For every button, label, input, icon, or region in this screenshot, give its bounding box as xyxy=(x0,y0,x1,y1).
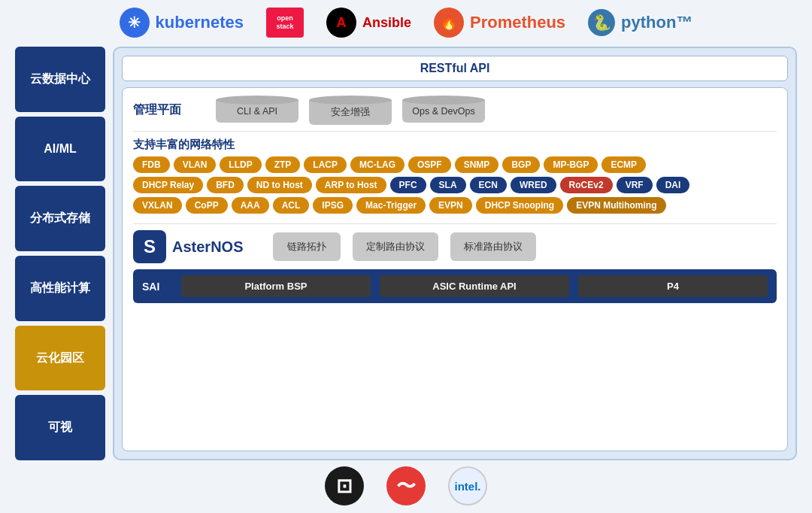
network-tags-row3: VXLAN CoPP AAA ACL IPSG Mac-Trigger EVPN… xyxy=(133,197,777,214)
ansible-label: Ansible xyxy=(362,15,411,31)
db-top-ops xyxy=(402,96,485,105)
wavefront-logo: 〜 xyxy=(386,466,426,505)
tag-vlan: VLAN xyxy=(174,156,217,173)
tag-mc-lag: MC-LAG xyxy=(350,156,404,173)
sai-label: SAI xyxy=(142,281,172,293)
asternos-link-topology: 链路拓扑 xyxy=(273,232,341,261)
python-label: python™ xyxy=(621,13,692,32)
asternos-custom-routing: 定制路由协议 xyxy=(353,232,438,261)
asternos-standard-routing: 标准路由协议 xyxy=(450,232,536,261)
prometheus-icon: 🔥 xyxy=(434,8,464,38)
tag-bgp: BGP xyxy=(502,156,540,173)
mgmt-db-cli: CLI & API xyxy=(216,96,298,125)
tag-ipsg: IPSG xyxy=(313,197,353,214)
tag-ecn: ECN xyxy=(470,177,507,193)
tag-vxlan: VXLAN xyxy=(133,197,182,214)
asternos-section: S AsterNOS 链路拓扑 定制路由协议 标准路由协议 xyxy=(133,223,777,263)
kubernetes-icon: ✳ xyxy=(120,8,150,38)
tag-bfd: BFD xyxy=(207,177,244,193)
sidebar-item-ai-ml[interactable]: AI/ML xyxy=(15,117,105,182)
mgmt-db-security: 安全增强 xyxy=(309,96,392,125)
openstack-icon: openstack xyxy=(266,8,304,38)
tag-mp-bgp: MP-BGP xyxy=(544,156,598,173)
tag-ecmp: ECMP xyxy=(601,156,646,173)
asternos-icon: S xyxy=(133,230,166,263)
network-tags-row1: FDB VLAN LLDP ZTP LACP MC-LAG OSPF SNMP … xyxy=(133,156,777,173)
sidebar-item-cloud-datacenter[interactable]: 云数据中心 xyxy=(15,47,105,112)
network-tags-row2: DHCP Relay BFD ND to Host ARP to Host PF… xyxy=(133,177,777,193)
tag-aaa: AAA xyxy=(232,197,269,214)
mgmt-db-ops: Ops & DevOps xyxy=(402,96,485,125)
sai-p4: P4 xyxy=(578,275,768,297)
network-features-title: 支持丰富的网络特性 xyxy=(133,138,777,152)
tag-acl: ACL xyxy=(273,197,310,214)
sidebar-item-cloud-campus[interactable]: 云化园区 xyxy=(15,326,105,391)
tag-ztp: ZTP xyxy=(265,156,301,173)
sidebar-item-distributed-storage[interactable]: 分布式存储 xyxy=(15,186,105,251)
tag-lldp: LLDP xyxy=(220,156,261,173)
tag-dhcp-relay: DHCP Relay xyxy=(133,177,203,193)
nexus-logo: ⊡ xyxy=(325,466,364,505)
tag-snmp: SNMP xyxy=(455,156,499,173)
openstack-logo: openstack xyxy=(266,8,304,38)
mgmt-dbs: CLI & API 安全增强 Ops & DevOps xyxy=(216,96,485,125)
tag-rocev2: RoCEv2 xyxy=(560,177,613,193)
python-icon: 🐍 xyxy=(588,9,615,36)
ansible-logo: A Ansible xyxy=(326,8,411,38)
tag-dhcp-snooping: DHCP Snooping xyxy=(476,197,563,214)
tag-wred: WRED xyxy=(511,177,556,193)
management-plane-section: 管理平面 CLI & API 安全增强 Ops & DevOps xyxy=(133,96,777,125)
ansible-icon: A xyxy=(326,8,356,38)
sidebar-item-hpc[interactable]: 高性能计算 xyxy=(15,256,105,321)
python-logo: 🐍 python™ xyxy=(588,9,692,36)
bottom-logos: ⊡ 〜 intel. xyxy=(325,466,487,505)
tag-fdb: FDB xyxy=(133,156,170,173)
inner-box: 管理平面 CLI & API 安全增强 Ops & DevOps xyxy=(122,87,788,451)
tag-lacp: LACP xyxy=(304,156,347,173)
asternos-label: AsterNOS xyxy=(172,238,243,256)
db-top-cli xyxy=(216,96,298,105)
top-logos-bar: ✳ kubernetes openstack A Ansible 🔥 Prome… xyxy=(15,8,797,38)
kubernetes-label: kubernetes xyxy=(156,13,244,32)
sai-section: SAI Platform BSP ASIC Runtime API P4 xyxy=(133,269,777,303)
tag-vrf: VRF xyxy=(617,177,653,193)
tag-evpn: EVPN xyxy=(429,197,472,214)
main-layout: 云数据中心 AI/ML 分布式存储 高性能计算 云化园区 可视 RESTful … xyxy=(15,47,797,460)
restful-api-bar: RESTful API xyxy=(122,56,788,81)
prometheus-logo: 🔥 Prometheus xyxy=(434,8,565,38)
tag-evpn-multihoming: EVPN Multihoming xyxy=(567,197,665,214)
sidebar: 云数据中心 AI/ML 分布式存储 高性能计算 云化园区 可视 xyxy=(15,47,105,460)
sidebar-item-visualization[interactable]: 可视 xyxy=(15,395,105,460)
content-area: RESTful API 管理平面 CLI & API 安全增强 xyxy=(113,47,797,460)
network-features-section: 支持丰富的网络特性 FDB VLAN LLDP ZTP LACP MC-LAG … xyxy=(133,131,777,217)
tag-sla: SLA xyxy=(430,177,466,193)
sai-platform-bsp: Platform BSP xyxy=(181,275,371,297)
tag-copp: CoPP xyxy=(186,197,228,214)
prometheus-label: Prometheus xyxy=(470,13,565,32)
sai-asic-runtime: ASIC Runtime API xyxy=(380,275,569,297)
tag-arp-to-host: ARP to Host xyxy=(316,177,386,193)
tag-nd-to-host: ND to Host xyxy=(247,177,312,193)
db-top-security xyxy=(309,96,392,105)
tag-ospf: OSPF xyxy=(408,156,451,173)
intel-logo: intel. xyxy=(448,466,487,505)
tag-dai: DAI xyxy=(656,177,690,193)
tag-pfc: PFC xyxy=(390,177,426,193)
tag-mac-trigger: Mac-Trigger xyxy=(356,197,426,214)
mgmt-label: 管理平面 xyxy=(133,102,186,118)
asternos-logo: S AsterNOS xyxy=(133,230,261,263)
kubernetes-logo: ✳ kubernetes xyxy=(120,8,244,38)
